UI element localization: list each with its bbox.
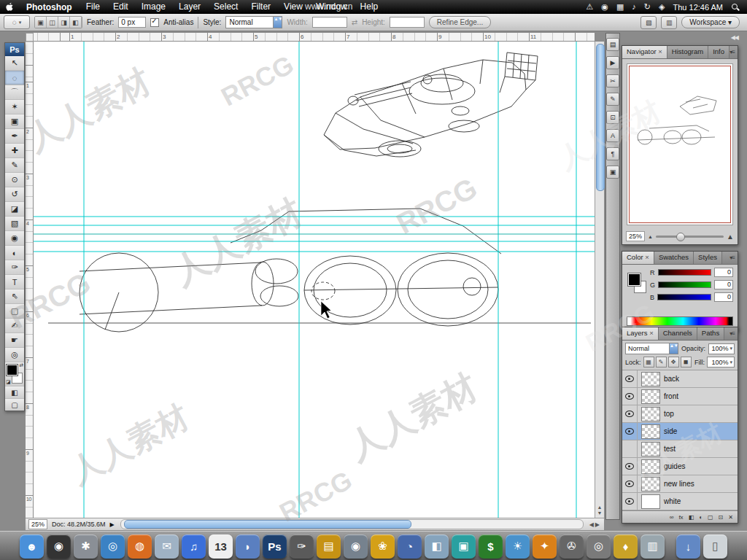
collapsed-panel-button-history[interactable]: ▤ xyxy=(606,38,619,51)
tool-shape[interactable]: ▢ xyxy=(5,304,24,319)
link-dimensions-icon[interactable]: ⇄ xyxy=(352,18,357,26)
layers-footer-icon[interactable]: ∞ xyxy=(670,514,674,521)
dock-item-hard-drive[interactable]: ▥ xyxy=(640,534,665,559)
layer-thumbnail[interactable] xyxy=(641,442,660,456)
panel-tab[interactable]: Channels xyxy=(659,327,697,340)
layer-thumbnail[interactable] xyxy=(641,477,660,491)
panel-menu-icon[interactable] xyxy=(724,327,738,340)
tool-type[interactable]: T xyxy=(5,275,24,289)
tool-healing-brush[interactable]: ✚ xyxy=(5,144,24,158)
menu-item[interactable]: Layer xyxy=(172,0,207,14)
panel-tab[interactable]: Color xyxy=(622,252,654,264)
navigator-proxy-preview[interactable] xyxy=(627,63,733,225)
color-spectrum-ramp[interactable] xyxy=(627,316,733,326)
tool-elliptical-marquee[interactable]: ◌ xyxy=(5,71,24,85)
visibility-toggle[interactable] xyxy=(622,475,638,492)
tool-path-select[interactable]: ⇖ xyxy=(5,289,24,304)
layer-row-top[interactable]: top xyxy=(622,405,738,423)
visibility-toggle[interactable] xyxy=(622,458,638,475)
layer-thumbnail[interactable] xyxy=(641,372,660,386)
menu-item[interactable]: File xyxy=(80,0,107,14)
vertical-scrollbar[interactable] xyxy=(595,42,604,518)
layer-row-guides[interactable]: guides xyxy=(622,458,738,475)
menu-item[interactable]: Image xyxy=(135,0,172,14)
status-flyout-icon[interactable]: ▶ xyxy=(110,521,115,528)
lock-button[interactable]: ✎ xyxy=(656,357,667,368)
layers-footer-icon[interactable]: ◧ xyxy=(689,514,694,521)
panel-tab[interactable]: Layers xyxy=(622,327,659,340)
layer-thumbnail[interactable] xyxy=(641,389,660,404)
dock-item-dvd-player[interactable]: ◎ xyxy=(587,534,611,559)
layer-thumbnail[interactable] xyxy=(641,424,660,439)
menu-item[interactable]: Filter xyxy=(244,0,277,14)
visibility-toggle[interactable] xyxy=(622,440,638,457)
width-input[interactable] xyxy=(312,17,347,28)
visibility-toggle[interactable] xyxy=(622,405,638,422)
tool-crop[interactable]: ▣ xyxy=(5,114,24,129)
tool-dodge[interactable]: ◐ xyxy=(5,246,24,260)
dock-item-gold-app[interactable]: ♦ xyxy=(614,534,638,559)
layer-row-front[interactable]: front xyxy=(622,388,738,405)
layer-row-new-lines[interactable]: new lines xyxy=(622,475,738,493)
tool-gradient[interactable]: ▧ xyxy=(5,217,24,231)
collapsed-panel-button-brushes[interactable]: ✎ xyxy=(606,93,619,106)
collapsed-panel-button-paragraph[interactable]: ¶ xyxy=(606,147,619,160)
status-icon-spaces-status-icon[interactable]: ▦ xyxy=(616,2,624,12)
tool-history-brush[interactable]: ↺ xyxy=(5,187,24,202)
lock-button[interactable]: ▦ xyxy=(643,357,654,368)
foreground-color-swatch[interactable] xyxy=(7,365,18,376)
vertical-scrollbar-thumb[interactable] xyxy=(596,44,605,191)
channel-value[interactable]: 0 xyxy=(714,268,733,277)
style-dropdown[interactable]: Normal ▲▼ xyxy=(225,16,282,28)
horizontal-ruler[interactable]: 1234567891011 xyxy=(34,33,595,42)
dock-item-finder[interactable]: ☻ xyxy=(20,534,44,559)
channel-slider[interactable] xyxy=(658,269,712,276)
bridge-icon[interactable]: ▧ xyxy=(640,16,657,29)
panel-tab[interactable]: Swatches xyxy=(654,252,694,264)
default-colors-icon[interactable]: ◪ xyxy=(6,379,11,385)
dock-item-photoshop[interactable]: Ps xyxy=(263,534,287,559)
dock-item-movies[interactable]: ✇ xyxy=(560,534,584,559)
collapsed-panel-button-tool-presets[interactable]: ✂ xyxy=(606,74,619,88)
layer-thumbnail[interactable] xyxy=(641,459,660,474)
horizontal-scrollbar-thumb[interactable] xyxy=(124,520,411,529)
ruler-corner[interactable] xyxy=(26,33,34,42)
layers-footer-icon[interactable]: ⊡ xyxy=(719,514,724,521)
navigator-zoom-field[interactable]: 25% xyxy=(626,231,645,241)
selection-mode-button[interactable]: ◨ xyxy=(58,17,70,28)
menu-item[interactable]: View xyxy=(277,0,309,14)
quick-mask-button[interactable]: ◧ xyxy=(5,386,24,398)
visibility-toggle[interactable] xyxy=(622,370,638,387)
tool-eyedropper[interactable]: ✒ xyxy=(5,129,24,144)
panel-menu-icon[interactable] xyxy=(722,252,738,264)
menu-item[interactable]: Window xyxy=(309,0,354,14)
dock-item-weather[interactable]: ☀ xyxy=(506,534,530,559)
tool-move[interactable]: ↖ xyxy=(5,56,24,71)
visibility-toggle[interactable] xyxy=(622,388,638,405)
layer-row-side[interactable]: side xyxy=(622,423,738,440)
channel-slider[interactable] xyxy=(657,294,711,300)
spotlight-icon[interactable] xyxy=(731,3,740,12)
status-icon-script-status-icon[interactable]: ⚠ xyxy=(586,2,593,12)
palette-well-icon[interactable]: ▥ xyxy=(661,16,677,29)
tool-blur[interactable]: ◉ xyxy=(5,231,24,246)
tool-notes[interactable]: ✍ xyxy=(5,319,24,333)
dock-item-safari[interactable]: ◎ xyxy=(101,534,125,559)
menu-item[interactable]: Help xyxy=(354,0,385,14)
tool-eraser[interactable]: ◪ xyxy=(5,202,24,217)
visibility-toggle[interactable] xyxy=(622,493,638,510)
menu-item[interactable]: Select xyxy=(207,0,244,14)
collapsed-panel-button-actions[interactable]: ▶ xyxy=(606,56,619,69)
scroll-arrows[interactable] xyxy=(595,505,604,516)
tool-clone-stamp[interactable]: ⊙ xyxy=(5,173,24,187)
screen-mode-button[interactable]: ▢ xyxy=(5,398,24,411)
menu-item[interactable]: Edit xyxy=(107,0,135,14)
channel-value[interactable]: 0 xyxy=(714,280,733,289)
layers-footer-icon[interactable]: fx xyxy=(678,514,683,521)
dock-item-trash[interactable]: ▯ xyxy=(703,534,727,559)
collapse-panels-control[interactable]: ◀◀ xyxy=(622,34,738,43)
dock-item-ichat[interactable]: ◗ xyxy=(236,534,260,559)
fill-field[interactable]: 100% xyxy=(707,357,735,368)
refine-edge-button[interactable]: Refine Edge... xyxy=(429,16,491,28)
channel-value[interactable]: 0 xyxy=(714,292,733,302)
